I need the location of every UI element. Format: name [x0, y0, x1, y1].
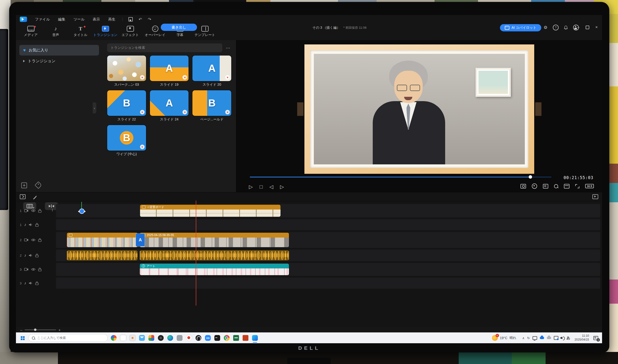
- playhead[interactable]: [196, 201, 196, 306]
- taskbar-app-mail[interactable]: [138, 334, 146, 342]
- menu-file[interactable]: ファイル: [31, 17, 53, 22]
- sidebar-item-transitions[interactable]: トランジション: [19, 55, 99, 67]
- menu-playback[interactable]: 再生: [104, 17, 119, 22]
- favorite-heart-icon[interactable]: ♥: [225, 110, 230, 114]
- taskbar-app-excel[interactable]: [232, 334, 240, 342]
- taskbar-app-edge[interactable]: [166, 334, 174, 342]
- tab-audio[interactable]: ♪ 音声: [43, 25, 68, 40]
- tray-chevron-icon[interactable]: ∧: [522, 336, 525, 340]
- transition-clip-badge[interactable]: A: [136, 234, 145, 247]
- track-header[interactable]: 1: [16, 204, 56, 218]
- speaker-icon[interactable]: [29, 254, 33, 257]
- transition-item[interactable]: ♥ スパーク...ン 03: [107, 55, 146, 87]
- eye-icon[interactable]: [31, 209, 36, 212]
- maximize-button[interactable]: [583, 24, 592, 31]
- search-input[interactable]: トランジションを検索: [107, 43, 222, 52]
- weather-widget[interactable]: 6 19°C 晴れ: [492, 335, 517, 341]
- stop-button[interactable]: □: [259, 184, 263, 190]
- capture-icon[interactable]: [554, 336, 558, 340]
- volume-icon[interactable]: [561, 337, 563, 339]
- more-options-icon[interactable]: ⋯: [225, 45, 231, 51]
- transition-item[interactable]: A ♥ スライド 19: [150, 55, 189, 87]
- track-lane[interactable]: アート: [56, 263, 600, 276]
- clip-slides[interactable]: [67, 233, 138, 247]
- lock-icon[interactable]: [38, 209, 41, 213]
- marker-list-icon[interactable]: [543, 184, 548, 189]
- favorite-heart-icon[interactable]: ♥: [140, 110, 145, 114]
- lock-icon[interactable]: [35, 253, 39, 257]
- settings-gear-icon[interactable]: ⚙: [544, 25, 548, 30]
- taskbar-app-obs[interactable]: [194, 334, 203, 342]
- render-preview-icon[interactable]: [592, 194, 598, 199]
- taskbar-app-recorder[interactable]: [185, 334, 193, 342]
- eye-icon[interactable]: [31, 238, 36, 241]
- taskbar-clock[interactable]: 11:10 2025/04/15: [575, 334, 589, 341]
- sidebar-collapse-button[interactable]: ‹: [93, 102, 96, 114]
- lock-icon[interactable]: [38, 238, 41, 242]
- taskbar-app-notepad[interactable]: [119, 334, 127, 342]
- snapshot-icon[interactable]: [520, 184, 526, 189]
- track-header[interactable]: 2: [16, 232, 56, 248]
- tab-media[interactable]: メディア: [18, 25, 43, 40]
- track-lane[interactable]: ☆背景ボード: [56, 204, 600, 218]
- network-monitor-icon[interactable]: [533, 336, 537, 340]
- sync-icon[interactable]: ↻: [527, 336, 530, 340]
- progress-handle[interactable]: [529, 175, 532, 179]
- progress-track[interactable]: [250, 177, 551, 177]
- zoom-slider[interactable]: [25, 329, 56, 330]
- taskbar-app-chrome[interactable]: [223, 334, 231, 342]
- transition-thumbnail[interactable]: ♥: [107, 55, 146, 81]
- zoom-preview-icon[interactable]: [554, 184, 558, 188]
- speaker-icon[interactable]: [29, 281, 33, 285]
- track-lane[interactable]: [56, 250, 600, 261]
- notification-center[interactable]: 1: [592, 334, 600, 342]
- color-render-icon[interactable]: [532, 183, 537, 189]
- favorite-heart-icon[interactable]: ♥: [140, 75, 145, 80]
- fullscreen-icon[interactable]: [575, 184, 579, 188]
- transition-item[interactable]: B ♥ ページ...ールド: [193, 90, 231, 122]
- taskbar-search-input[interactable]: ここに入力して検索: [28, 334, 108, 342]
- taskbar-app-zoom[interactable]: zm: [204, 334, 212, 342]
- clip-art[interactable]: アート: [140, 264, 289, 275]
- menu-view[interactable]: 表示: [89, 17, 103, 22]
- transition-item[interactable]: A ♥ スライド 20: [193, 55, 231, 87]
- layout-icon[interactable]: [564, 184, 569, 189]
- marker-handle[interactable]: [79, 208, 85, 214]
- lock-icon[interactable]: [35, 281, 39, 285]
- speaker-icon[interactable]: [29, 223, 33, 226]
- taskbar-app-terminal[interactable]: [213, 334, 221, 342]
- transition-item[interactable]: A ♥ スライド 24: [150, 90, 189, 122]
- transition-item[interactable]: B ♥ スライド 22: [107, 90, 146, 122]
- taskbar-app-paint[interactable]: [110, 334, 118, 342]
- start-button[interactable]: [18, 334, 26, 342]
- taskbar-app-powerpoint[interactable]: [241, 334, 250, 342]
- transition-thumbnail[interactable]: A ♥: [150, 90, 189, 116]
- eye-icon[interactable]: [31, 268, 36, 271]
- transition-thumbnail[interactable]: A ♥: [193, 55, 231, 81]
- transition-thumbnail[interactable]: B ♥: [193, 90, 231, 116]
- transition-thumbnail[interactable]: B ♥: [107, 125, 146, 151]
- ime-indicator[interactable]: あ: [566, 336, 570, 340]
- zoom-out-icon[interactable]: –: [20, 328, 22, 332]
- track-header[interactable]: 3: [16, 263, 56, 276]
- undo-icon[interactable]: ↶: [136, 17, 144, 22]
- add-collection-icon[interactable]: [21, 182, 27, 188]
- onedrive-icon[interactable]: [540, 337, 544, 339]
- audio-clip-waveform[interactable]: [67, 250, 138, 260]
- video-preview[interactable]: [304, 44, 534, 174]
- track-header[interactable]: 3 ♪: [16, 278, 56, 289]
- help-icon[interactable]: ?: [553, 25, 559, 30]
- menu-edit[interactable]: 編集: [54, 17, 69, 22]
- previous-frame-button[interactable]: ◁: [270, 184, 273, 190]
- favorite-heart-icon[interactable]: ♥: [140, 144, 145, 149]
- clip-main-video[interactable]: 2025-04-15 08-35-55: [140, 233, 289, 247]
- tab-transitions[interactable]: トランジション: [93, 25, 118, 40]
- sidebar-item-favorites[interactable]: ♥ お気に入り: [19, 45, 99, 55]
- next-frame-button[interactable]: ▷: [280, 184, 284, 190]
- track-header[interactable]: 2 ♪: [16, 250, 56, 261]
- clip-background-board[interactable]: ☆背景ボード: [140, 205, 281, 217]
- tag-icon[interactable]: [35, 181, 42, 189]
- close-button[interactable]: ×: [592, 24, 601, 31]
- save-icon[interactable]: [129, 17, 133, 22]
- pencil-tool-icon[interactable]: [33, 196, 36, 199]
